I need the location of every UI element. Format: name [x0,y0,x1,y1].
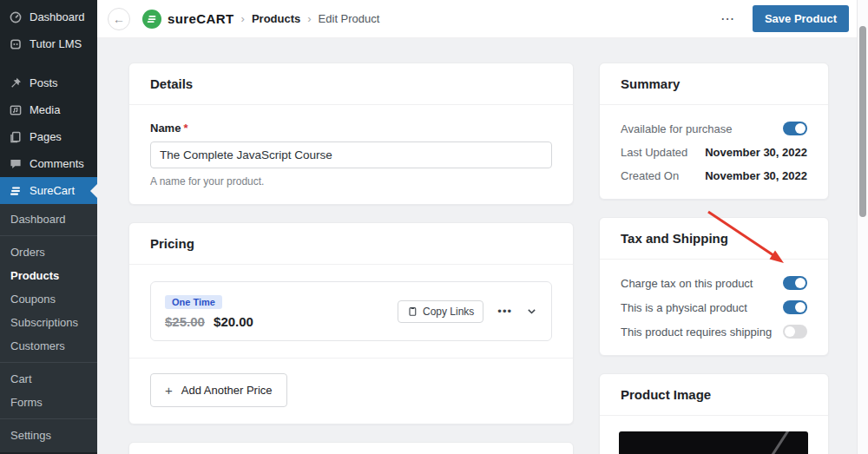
main-column: Details Name* A name for your product. P… [128,63,574,454]
name-helper-text: A name for your product. [150,175,552,188]
integrations-card: Integrations ? The Complete JavaScript C… [128,442,574,454]
sale-price: $20.00 [214,314,253,329]
dashboard-icon [8,10,23,24]
more-options-icon[interactable]: ⋯ [720,10,735,27]
breadcrumb-products[interactable]: Products [252,12,300,25]
product-image-thumbnail[interactable]: Java ete JavaScript [619,431,808,454]
created-on-value: November 30, 2022 [705,169,807,182]
charge-tax-toggle[interactable] [783,276,807,290]
physical-product-label: This is a physical product [621,301,747,314]
surecart-brand: sureCART [142,10,234,29]
requires-shipping-toggle[interactable] [783,325,807,339]
price-row: One Time $25.00 $20.00 Copy Links ••• [150,281,552,341]
submenu-divider [0,235,97,236]
chevron-down-icon[interactable] [526,306,537,317]
surecart-icon [8,183,23,198]
content-area: Details Name* A name for your product. P… [97,38,857,454]
tutor-lms-icon [8,36,23,51]
price-more-icon[interactable]: ••• [497,305,512,318]
clipboard-icon [407,306,418,317]
surecart-logo-icon [142,10,161,29]
sidebar-item-comments[interactable]: Comments [0,150,97,177]
breadcrumb-edit-product: Edit Product [319,12,380,25]
copy-links-button[interactable]: Copy Links [398,300,483,323]
submenu-item-customers[interactable]: Customers [0,334,97,358]
sidebar-item-label: Comments [30,157,84,170]
sidebar-item-label: Pages [30,130,62,143]
sidebar-item-label: Media [30,103,60,116]
active-item-notch [90,184,97,198]
scrollbar-thumb[interactable] [859,26,866,217]
original-price: $25.00 [165,314,205,329]
submenu-item-coupons[interactable]: Coupons [0,287,97,311]
breadcrumb-separator: › [307,12,311,25]
scrollbar-track [857,0,868,454]
one-time-badge: One Time [165,295,222,309]
add-another-price-button[interactable]: + Add Another Price [150,373,287,407]
last-updated-label: Last Updated [621,146,687,159]
name-label: Name* [150,122,552,135]
requires-shipping-label: This product requires shipping [621,326,772,339]
submenu-item-orders[interactable]: Orders [0,240,97,264]
back-arrow-icon: ← [113,12,125,26]
details-title: Details [150,76,193,91]
sidebar-item-label: Tutor LMS [30,37,82,50]
submenu-divider [0,362,97,363]
sidebar-item-media[interactable]: Media [0,96,97,123]
media-icon [8,102,23,117]
submenu-item-settings[interactable]: Settings [0,424,97,447]
charge-tax-label: Charge tax on this product [621,277,753,290]
submenu-item-cart[interactable]: Cart [0,367,97,391]
sidebar-item-tutor-lms[interactable]: Tutor LMS [0,30,97,57]
sidebar-item-posts[interactable]: Posts [0,69,97,96]
created-on-label: Created On [621,169,679,182]
right-column: Summary Available for purchase Last Upda… [599,63,829,454]
submenu-item-products[interactable]: Products [0,264,97,287]
required-asterisk: * [183,122,187,135]
submenu-item-forms[interactable]: Forms [0,391,97,414]
sidebar-item-surecart[interactable]: SureCart [0,177,97,204]
product-image-title: Product Image [621,387,711,402]
tax-shipping-card: Tax and Shipping Charge tax on this prod… [599,217,829,356]
plus-icon: + [165,383,173,398]
sidebar-item-label: Dashboard [30,10,85,23]
surecart-submenu: Dashboard Orders Products Coupons Subscr… [0,204,97,452]
pricing-card: Pricing One Time $25.00 $20.00 Copy Link… [128,222,574,424]
pricing-title: Pricing [150,236,194,251]
topbar: ← sureCART › Products › Edit Product ⋯ S… [97,0,868,38]
last-updated-value: November 30, 2022 [705,146,807,159]
sidebar-item-pages[interactable]: Pages [0,123,97,150]
admin-sidebar: Dashboard Tutor LMS Posts Media Pages Co… [0,0,97,454]
submenu-item-dashboard[interactable]: Dashboard [0,207,97,231]
pushpin-icon [8,76,23,90]
product-image-card: Product Image Java ete JavaScript [599,373,829,454]
details-card: Details Name* A name for your product. [128,63,574,205]
sidebar-item-dashboard[interactable]: Dashboard [0,3,97,30]
image-diagonal-line [664,431,799,454]
breadcrumb-separator: › [241,12,245,25]
submenu-item-subscriptions[interactable]: Subscriptions [0,311,97,334]
available-for-purchase-toggle[interactable] [783,122,807,135]
sidebar-item-label: Posts [30,76,58,89]
physical-product-toggle[interactable] [783,300,807,314]
surecart-wordmark: sureCART [168,11,234,26]
submenu-divider [0,418,97,419]
available-for-purchase-label: Available for purchase [621,122,732,135]
save-product-button[interactable]: Save Product [753,5,849,32]
pages-icon [8,129,23,144]
tax-shipping-title: Tax and Shipping [621,231,728,246]
comments-icon [8,156,23,171]
back-button[interactable]: ← [108,8,130,30]
summary-card: Summary Available for purchase Last Upda… [599,63,829,200]
sidebar-item-label: SureCart [30,184,75,197]
product-name-input[interactable] [150,141,552,168]
summary-title: Summary [621,76,680,91]
